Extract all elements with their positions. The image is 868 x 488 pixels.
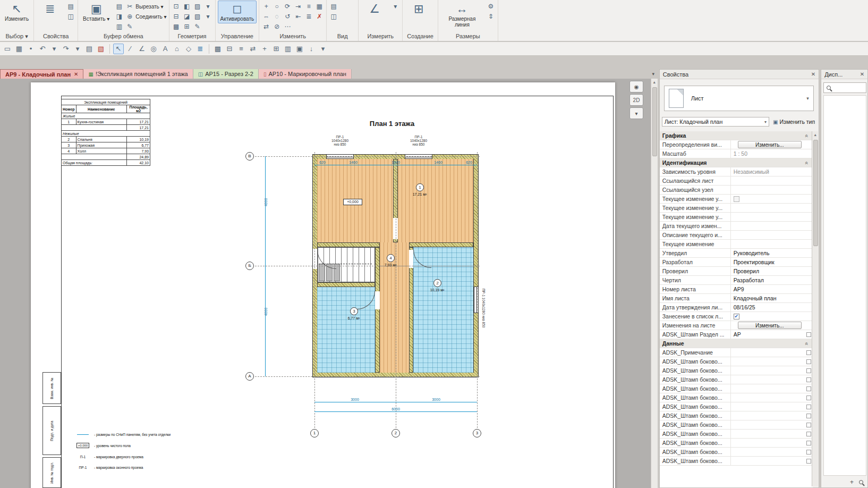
steering-wheel-icon[interactable]: ◉ (629, 81, 643, 92)
property-value[interactable]: АР9 (731, 285, 813, 293)
property-value[interactable] (731, 195, 813, 203)
nav-expand-icon[interactable]: ▾ (629, 107, 643, 119)
property-value[interactable]: Проверил (731, 267, 813, 275)
ribbon-tool-icon[interactable]: ⋯ (283, 22, 292, 31)
view-tab-3[interactable]: ▯АР10 - Маркировочный план (259, 69, 352, 79)
redo-dropdown-icon[interactable]: ▾ (72, 44, 83, 54)
ribbon-tool-icon[interactable]: ◧ (182, 2, 192, 11)
associate-parameter-button[interactable] (806, 332, 811, 337)
ribbon-tool-label[interactable]: Вырезать ▾ (135, 4, 163, 10)
associate-parameter-button[interactable] (806, 423, 811, 427)
ribbon-tool-icon[interactable]: ▤ (329, 2, 338, 11)
property-value[interactable] (731, 448, 806, 456)
browser-close-icon[interactable]: ✕ (860, 71, 864, 77)
property-value[interactable] (731, 430, 806, 438)
associate-parameter-button[interactable] (806, 396, 811, 400)
properties-scroll-thumb[interactable] (813, 140, 818, 246)
scroll-up-icon[interactable]: ▲ (651, 79, 658, 86)
canvas-scroll-thumb[interactable] (652, 87, 657, 156)
type-selector[interactable]: Лист ▾ (664, 86, 814, 111)
associate-parameter-button[interactable] (806, 386, 811, 391)
ribbon-tool-icon[interactable]: ◪ (182, 12, 192, 21)
associate-parameter-button[interactable] (806, 414, 811, 418)
canvas-scrollbar[interactable]: ▲ (651, 79, 658, 488)
property-value[interactable]: Руководитель (731, 249, 813, 257)
property-value[interactable]: Изменить... (731, 321, 813, 330)
ribbon-tool-icon[interactable]: ✗ (314, 12, 324, 21)
ribbon-button[interactable]: ↔Размерная линия (440, 1, 484, 29)
property-value[interactable] (731, 186, 813, 194)
scroll-up-icon[interactable]: ▲ (812, 131, 818, 138)
edit-type-button[interactable]: ▣ Изменить тип (771, 119, 816, 125)
ribbon-tool-icon[interactable]: ⊡ (172, 2, 181, 11)
property-section[interactable]: Данные« (660, 339, 813, 348)
measure-icon[interactable]: ∕ (125, 44, 135, 54)
ribbon-tool-icon[interactable]: ▦ (314, 2, 324, 11)
property-value[interactable] (731, 420, 806, 429)
ribbon-tool-icon[interactable]: ⊟ (172, 12, 181, 21)
associate-parameter-button[interactable] (806, 359, 811, 364)
associate-parameter-button[interactable] (806, 368, 811, 373)
zoom-2d-icon[interactable]: 2D (629, 94, 643, 106)
ribbon-button[interactable]: ◻Активировать (218, 1, 257, 23)
ribbon-tool-icon[interactable]: + (261, 2, 271, 11)
dimension-icon[interactable]: ∠ (137, 44, 147, 54)
property-section[interactable]: Графика« (660, 131, 813, 140)
undo-icon[interactable]: ↶ (37, 44, 48, 54)
property-value[interactable]: 08/16/25 (731, 303, 813, 312)
ribbon-tool-icon[interactable]: ⇄ (261, 22, 271, 31)
ribbon-tool-icon[interactable]: ▾ (203, 12, 213, 21)
down-arrow-icon[interactable]: ↓ (306, 44, 317, 54)
ribbon-button[interactable]: ≣ (36, 1, 64, 18)
property-value[interactable]: Проектировщик (731, 258, 813, 266)
section-view-icon[interactable]: ◇ (183, 44, 194, 54)
switch-windows-icon[interactable]: ⊟ (224, 44, 235, 54)
ribbon-tool-icon[interactable]: ○ (272, 2, 282, 11)
ribbon-button[interactable]: ↖Изменить (2, 1, 31, 23)
add-icon[interactable]: + (850, 478, 854, 486)
property-value[interactable] (731, 402, 806, 411)
ribbon-tool-label[interactable]: Соединить ▾ (135, 14, 166, 20)
ribbon-tool-icon[interactable]: ⊘ (272, 22, 282, 31)
ribbon-tool-icon[interactable]: ◌ (272, 12, 282, 21)
browser-search-input[interactable] (823, 82, 866, 93)
property-value[interactable]: АР (731, 330, 806, 339)
ribbon-tool-icon[interactable]: ▨ (193, 2, 202, 11)
property-value[interactable]: 1 : 50 (731, 149, 813, 158)
property-value[interactable]: Изменить... (731, 140, 813, 149)
ribbon-tool-icon[interactable]: ▾ (390, 2, 400, 11)
ribbon-tool-icon[interactable]: ≡ (304, 2, 313, 11)
drawing-canvas[interactable]: План 1 этажа Экспликация помещенийНомерН… (0, 79, 658, 488)
ribbon-tool-icon[interactable]: ⊕ (125, 12, 134, 21)
select-icon[interactable]: ↖ (113, 44, 124, 54)
ribbon-tool-icon[interactable]: ▤ (114, 2, 124, 11)
ribbon-tool-icon[interactable]: ▩ (172, 22, 181, 31)
chevron-down-icon[interactable]: ▾ (806, 96, 809, 101)
ribbon-tool-icon[interactable]: ⇔ (261, 12, 271, 21)
collapse-icon[interactable]: « (804, 342, 810, 345)
property-value[interactable] (731, 222, 813, 230)
associate-parameter-button[interactable] (806, 432, 811, 436)
redo-icon[interactable]: ↷ (61, 44, 71, 54)
browser-tree[interactable] (823, 95, 866, 476)
ribbon-tool-icon[interactable]: ✎ (193, 22, 202, 31)
save-icon[interactable]: ▦ (14, 44, 24, 54)
properties-close-icon[interactable]: ✕ (811, 71, 815, 77)
view-tab-1[interactable]: ▦!Экспликация помещений 1 этажа (83, 69, 193, 79)
associate-parameter-button[interactable] (806, 405, 811, 409)
property-edit-button[interactable]: Изменить... (738, 322, 802, 329)
properties-scrollbar[interactable]: ▲ (812, 131, 818, 486)
ribbon-button[interactable]: ∠ (361, 1, 388, 18)
property-value[interactable] (731, 240, 813, 248)
property-checkbox[interactable] (734, 196, 739, 202)
associate-parameter-button[interactable] (806, 459, 811, 464)
mirror-icon[interactable]: ⇄ (248, 44, 258, 54)
ribbon-tool-icon[interactable]: ✂ (125, 2, 134, 11)
print-icon[interactable]: ▤ (84, 44, 95, 54)
ribbon-tool-icon[interactable]: ⇥ (293, 2, 303, 11)
ribbon-tool-icon[interactable]: ✎ (125, 22, 134, 31)
property-value[interactable]: Независимый (731, 167, 813, 176)
ribbon-tool-icon[interactable]: ◫ (66, 12, 75, 21)
property-value[interactable] (731, 204, 813, 212)
sheet-list-icon[interactable]: ▣ (294, 44, 305, 54)
